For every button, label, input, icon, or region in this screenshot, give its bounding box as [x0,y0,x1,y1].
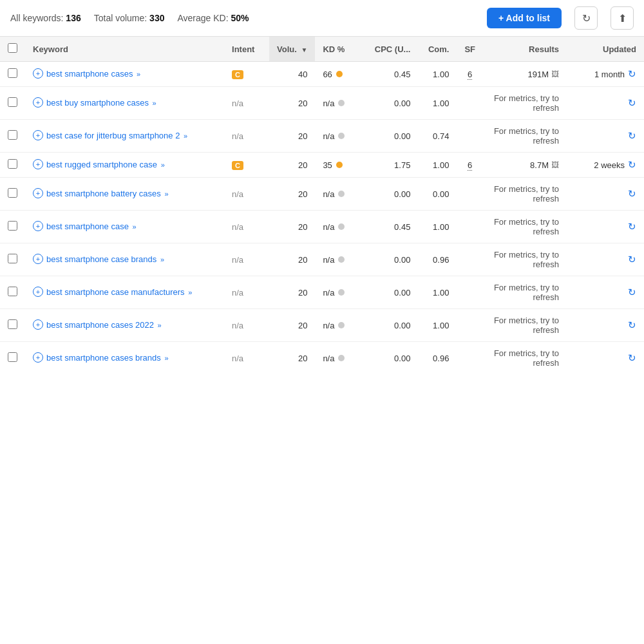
sf-cell [457,342,483,375]
volume-cell: 20 [269,309,315,342]
keyword-add-icon[interactable]: + [33,287,43,297]
keyword-cell: + best smartphone cases » [25,62,224,87]
keyword-add-icon[interactable]: + [33,68,43,79]
intent-text: n/a [232,288,243,298]
updated-value: 1 month [594,70,625,79]
volume-cell: 20 [269,178,315,211]
keyword-add-icon[interactable]: + [33,319,43,330]
com-cell: 0.96 [418,243,457,276]
metrics-text: For metrics, try to refresh [494,283,559,302]
row-checkbox-8[interactable] [8,287,17,296]
row-checkbox-2[interactable] [8,97,17,107]
export-button[interactable]: ⬆ [611,6,634,30]
volume-cell: 20 [269,211,315,243]
kd-value: n/a [323,189,334,199]
refresh-button[interactable]: ↻ [574,6,598,30]
table-row: + best smartphone cases » C40 66 0.451.0… [0,62,644,87]
intent-text: n/a [232,354,243,363]
refresh-row-icon[interactable]: ↻ [628,254,636,265]
row-checkbox-10[interactable] [8,352,17,362]
keyword-add-icon[interactable]: + [33,130,43,140]
keyword-link[interactable]: best smartphone cases [46,69,133,79]
add-to-list-button[interactable]: + Add to list [487,8,562,28]
kd-cell: n/a [315,243,366,276]
updated-cell: ↻ [567,342,644,375]
keyword-link[interactable]: best case for jitterbug smartphone 2 [46,131,180,140]
table-row: + best smartphone case brands » n/a20 n/… [0,243,644,276]
refresh-row-icon[interactable]: ↻ [628,97,636,108]
keyword-add-icon[interactable]: + [33,159,43,169]
keyword-expand-icon[interactable]: » [133,223,137,231]
refresh-row-icon[interactable]: ↻ [628,221,636,232]
refresh-row-icon[interactable]: ↻ [628,319,636,330]
keyword-cell: + best smartphone case manufacturers » [25,276,224,309]
keyword-expand-icon[interactable]: » [160,256,164,263]
keyword-add-icon[interactable]: + [33,188,43,198]
keyword-expand-icon[interactable]: » [164,190,168,198]
keyword-cell: + best smartphone cases brands » [25,342,224,375]
keyword-expand-icon[interactable]: » [158,321,162,329]
refresh-row-icon[interactable]: ↻ [628,68,636,80]
table-row: + best smartphone case » n/a20 n/a 0.451… [0,211,644,243]
row-checkbox-cell [0,120,25,153]
refresh-row-icon[interactable]: ↻ [628,352,636,363]
keyword-link[interactable]: best smartphone case manufacturers [46,287,185,297]
header-checkbox-col [0,37,25,62]
row-checkbox-6[interactable] [8,221,17,231]
intent-cell: n/a [224,243,269,276]
row-checkbox-1[interactable] [8,68,17,78]
keyword-add-icon[interactable]: + [33,352,43,363]
kd-cell: n/a [315,309,366,342]
refresh-row-icon[interactable]: ↻ [628,159,636,171]
keyword-expand-icon[interactable]: » [137,70,140,78]
cpc-cell: 1.75 [366,153,418,178]
header-com: Com. [418,37,457,62]
cpc-cell: 0.00 [366,342,418,375]
keyword-add-icon[interactable]: + [33,254,43,264]
keyword-link[interactable]: best buy smartphone cases [46,98,149,108]
table-row: + best case for jitterbug smartphone 2 »… [0,120,644,153]
updated-cell: ↻ [567,309,644,342]
kd-value: n/a [323,354,334,363]
results-cell: For metrics, try to refresh [483,87,567,120]
keyword-link[interactable]: best rugged smartphone case [46,160,157,169]
row-checkbox-4[interactable] [8,159,17,169]
volume-cell: 40 [269,62,315,87]
keyword-link[interactable]: best smartphone cases brands [46,353,161,363]
intent-text: n/a [232,99,243,108]
row-checkbox-7[interactable] [8,254,17,263]
row-checkbox-5[interactable] [8,188,17,198]
volume-cell: 20 [269,243,315,276]
keyword-link[interactable]: best smartphone case brands [46,254,156,264]
refresh-row-icon[interactable]: ↻ [628,130,636,141]
refresh-row-icon[interactable]: ↻ [628,287,636,298]
keyword-expand-icon[interactable]: » [164,354,168,362]
all-keywords-value: 136 [66,13,80,23]
row-checkbox-9[interactable] [8,319,17,329]
results-cell: For metrics, try to refresh [483,178,567,211]
keyword-add-icon[interactable]: + [33,97,43,108]
header-bar: All keywords: 136 Total volume: 330 Aver… [0,0,644,37]
intent-text: n/a [232,189,243,199]
table-row: + best smartphone cases brands » n/a20 n… [0,342,644,375]
row-checkbox-cell [0,276,25,309]
keyword-expand-icon[interactable]: » [153,99,156,107]
header-updated: Updated [567,37,644,62]
keyword-add-icon[interactable]: + [33,221,43,231]
keyword-link[interactable]: best smartphone cases 2022 [46,320,154,330]
select-all-checkbox[interactable] [8,43,17,53]
row-checkbox-3[interactable] [8,130,17,140]
updated-cell: 2 weeks ↻ [567,153,644,178]
keyword-expand-icon[interactable]: » [161,161,165,169]
keyword-expand-icon[interactable]: » [188,289,192,296]
keyword-expand-icon[interactable]: » [184,132,187,140]
results-cell: For metrics, try to refresh [483,276,567,309]
keyword-table-wrap: Keyword Intent Volu. ▼ KD % CPC (U... Co… [0,37,644,374]
refresh-icon: ↻ [582,12,591,24]
results-cell: 8.7M 🖼 [483,153,567,178]
header-volume[interactable]: Volu. ▼ [269,37,315,62]
metrics-text: For metrics, try to refresh [494,217,559,236]
keyword-link[interactable]: best smartphone battery cases [46,189,161,198]
refresh-row-icon[interactable]: ↻ [628,188,636,199]
keyword-link[interactable]: best smartphone case [46,222,129,231]
